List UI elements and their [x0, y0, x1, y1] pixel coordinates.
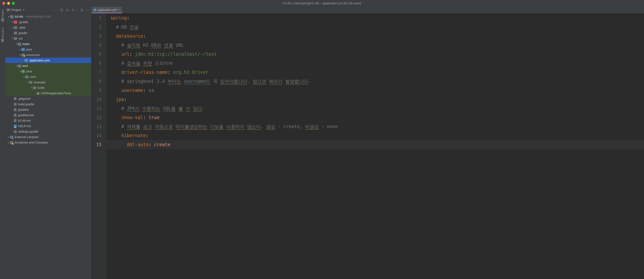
chevron-down-icon[interactable]: ▾: [26, 80, 29, 85]
tree-row[interactable]: gradlew: [5, 107, 91, 112]
scratch-icon: [10, 141, 13, 144]
expand-all-button[interactable]: [65, 8, 70, 12]
code-line[interactable]: # 객체를 보고 자동으로 테이블생성하는 기능을 사용하지 않는다. 생성 -…: [110, 122, 644, 131]
tree-row[interactable]: ▸Scratches and Consoles: [5, 140, 91, 145]
tree-row[interactable]: ▸java: [5, 47, 91, 52]
tree-row[interactable]: ▸.gradle: [5, 19, 91, 25]
chevron-down-icon[interactable]: ▾: [22, 74, 25, 80]
folder-grey-icon: [14, 37, 17, 40]
code-line[interactable]: # 접속을 위한 드라이버: [110, 58, 644, 68]
tree-row[interactable]: h2-db.iml: [5, 118, 91, 123]
code-line[interactable]: show-sql: true: [110, 113, 644, 122]
close-tab-button[interactable]: ×: [118, 8, 120, 12]
editor-content[interactable]: spring: # DB 연결 datasource: # 설치된 H2 DB와…: [106, 13, 644, 279]
folder-green-icon: [22, 70, 25, 73]
code-line[interactable]: ddl-auto: create: [106, 140, 644, 149]
tree-row[interactable]: settings.gradle: [5, 129, 91, 134]
hide-toolwindow-button[interactable]: [86, 8, 90, 12]
toolstrip-structure[interactable]: Structure: [1, 28, 4, 42]
line-number: 9: [92, 86, 102, 95]
crosshair-icon: [60, 8, 63, 12]
maximize-window-button[interactable]: [12, 2, 15, 5]
chevron-down-icon[interactable]: ▾: [15, 63, 18, 68]
collapse-all-button[interactable]: [71, 8, 75, 12]
project-tree[interactable]: ▾h2-db~/dev/spring/h2-db▸.gradle▸.ideagr…: [5, 13, 91, 279]
tree-label: h2db: [38, 85, 44, 90]
folder-red-icon: [14, 21, 17, 24]
code-line[interactable]: # JPA가 수행하는 SQL을 볼 수 있다.: [110, 104, 644, 113]
tree-row[interactable]: ▾main: [5, 41, 91, 47]
chevron-down-icon[interactable]: ▾: [11, 36, 14, 41]
code-line[interactable]: # springboot 2.4 부터는 username이 꼭 있어야합니다.…: [110, 77, 644, 86]
tree-row[interactable]: gradlew.bat: [5, 112, 91, 118]
expand-icon: [66, 8, 69, 12]
toolstrip-project[interactable]: Project: [1, 10, 4, 21]
close-window-button[interactable]: [2, 2, 5, 5]
chevron-down-icon[interactable]: ▾: [30, 85, 33, 90]
tree-row[interactable]: ▸.idea: [5, 25, 91, 30]
tree-row[interactable]: application.yml: [5, 58, 91, 63]
tree-label: build.gradle: [18, 102, 34, 107]
folder-grey-icon: [25, 76, 28, 78]
tree-row[interactable]: build.gradle: [5, 102, 91, 107]
code-editor[interactable]: 123456789101112131415 spring: # DB 연결 da…: [92, 13, 644, 279]
tree-row[interactable]: ▾h2-db~/dev/spring/h2-db: [5, 14, 91, 19]
file-icon: [14, 108, 16, 111]
code-line[interactable]: datasource:: [110, 32, 644, 40]
tree-label: gradlew.bat: [18, 112, 34, 118]
chevron-right-icon[interactable]: ▸: [7, 140, 10, 145]
tree-row[interactable]: H2DbApplicationTests: [5, 90, 91, 96]
code-line[interactable]: spring:: [110, 13, 644, 22]
tree-row[interactable]: ▾resources: [5, 52, 91, 58]
folder-icon: [1, 18, 4, 22]
code-line[interactable]: username: sa: [110, 86, 644, 95]
chevron-down-icon[interactable]: ▾: [7, 14, 10, 19]
tree-label: .gradle: [18, 19, 28, 25]
code-line[interactable]: hibernate:: [110, 131, 644, 140]
code-line[interactable]: jpa:: [110, 95, 644, 104]
tree-row[interactable]: ▸External Libraries: [5, 134, 91, 140]
chevron-down-icon[interactable]: ▾: [18, 52, 22, 58]
code-line[interactable]: # 설치된 H2 DB와 연결 URL: [110, 40, 644, 50]
app-body: Project Structure Project ▼ |: [0, 7, 644, 279]
tree-label: main: [22, 41, 30, 47]
tree-row[interactable]: ▾h2db: [5, 85, 91, 90]
line-number: 14: [92, 131, 102, 140]
tree-label: .idea: [18, 25, 25, 30]
chevron-right-icon[interactable]: ▸: [11, 19, 14, 25]
chevron-down-icon[interactable]: ▾: [18, 68, 22, 74]
chevron-down-icon[interactable]: ▾: [15, 41, 18, 47]
project-view-selector[interactable]: Project: [12, 8, 21, 12]
minimize-icon: [86, 8, 89, 12]
editor-tab-application-yml[interactable]: application.yml ×: [92, 7, 122, 13]
code-line[interactable]: url: jdbc:h2:tcp://localhost/~/test: [110, 50, 644, 58]
file-icon: [14, 97, 16, 100]
tree-row[interactable]: ▾com: [5, 74, 91, 80]
circle-tg-icon: [37, 92, 40, 95]
minimize-window-button[interactable]: [7, 2, 10, 5]
tree-row[interactable]: ▾test: [5, 63, 91, 68]
folder-mod-icon: [10, 15, 13, 18]
line-number: 3: [92, 32, 102, 40]
settings-button[interactable]: [80, 8, 84, 12]
chevron-right-icon[interactable]: ▸: [18, 47, 22, 52]
line-number: 15: [92, 140, 102, 149]
chevron-right-icon[interactable]: ▸: [7, 134, 10, 140]
tree-label: gradle: [18, 30, 27, 36]
project-toolwindow-header: Project ▼ |: [5, 7, 91, 13]
tree-label: java: [26, 68, 32, 74]
tree-label: resources: [26, 52, 40, 58]
structure-icon: [1, 38, 4, 42]
left-toolstrip: Project Structure: [0, 7, 5, 279]
tree-row[interactable]: gradle: [5, 30, 91, 36]
tree-row[interactable]: HELP.md: [5, 123, 91, 129]
tree-row[interactable]: .gitignore: [5, 96, 91, 102]
chevron-down-icon[interactable]: ▼: [22, 8, 25, 11]
locate-file-button[interactable]: [60, 8, 64, 12]
chevron-right-icon[interactable]: ▸: [11, 25, 14, 30]
tree-row[interactable]: ▾example: [5, 80, 91, 85]
tree-row[interactable]: ▾src: [5, 36, 91, 41]
tree-row[interactable]: ▾java: [5, 68, 91, 74]
code-line[interactable]: # DB 연결: [110, 22, 644, 32]
code-line[interactable]: driver-class-name: org.h2.Driver: [110, 68, 644, 77]
